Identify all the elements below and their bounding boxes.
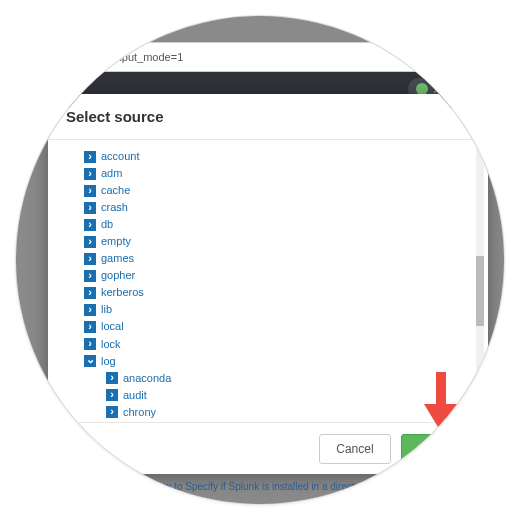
tree-item[interactable]: lib xyxy=(84,301,484,318)
cancel-button[interactable]: Cancel xyxy=(319,434,390,464)
tree-item-label: games xyxy=(101,250,134,267)
tree-item[interactable]: lock xyxy=(84,336,484,353)
tree-item-label: empty xyxy=(101,233,131,250)
address-bar[interactable]: ata/selectsource?input_mode=1 xyxy=(15,42,505,72)
tree-item-label: cups xyxy=(123,421,146,422)
tree-item-label: db xyxy=(101,216,113,233)
hint-text: How to Specify if Splunk is installed in… xyxy=(86,481,434,492)
chevron-right-icon xyxy=(106,372,118,384)
tree-item-label: gopher xyxy=(101,267,135,284)
address-bar-text: ata/selectsource?input_mode=1 xyxy=(27,51,183,63)
modal-footer: Cancel Select xyxy=(48,422,488,474)
chevron-right-icon xyxy=(84,321,96,333)
tree-item[interactable]: games xyxy=(84,250,484,267)
chevron-right-icon xyxy=(84,287,96,299)
tree-item[interactable]: gopher xyxy=(84,267,484,284)
file-tree: accountadmcachecrashdbemptygamesgopherke… xyxy=(48,140,488,422)
modal-title: Select source xyxy=(66,108,164,125)
chevron-right-icon xyxy=(84,253,96,265)
chevron-right-icon xyxy=(84,338,96,350)
user-label: Administrator xyxy=(434,84,493,95)
chevron-right-icon xyxy=(84,151,96,163)
select-source-modal: Select source accountadmcachecrashdbempt… xyxy=(48,94,488,474)
tree-item-label: local xyxy=(101,318,124,335)
chevron-right-icon xyxy=(84,236,96,248)
tree-item[interactable]: empty xyxy=(84,233,484,250)
select-button[interactable]: Select xyxy=(401,434,470,464)
chevron-right-icon xyxy=(84,202,96,214)
tree-item[interactable]: adm xyxy=(84,165,484,182)
tree-item-label: lib xyxy=(101,301,112,318)
tree-item[interactable]: crash xyxy=(84,199,484,216)
tree-item[interactable]: cups xyxy=(106,421,484,422)
chevron-right-icon xyxy=(106,389,118,401)
tree-item-label: anaconda xyxy=(123,370,171,387)
tree-item[interactable]: anaconda xyxy=(106,370,484,387)
chevron-right-icon xyxy=(84,185,96,197)
tree-item[interactable]: cache xyxy=(84,182,484,199)
chevron-right-icon xyxy=(84,304,96,316)
chevron-right-icon xyxy=(84,219,96,231)
tree-item[interactable]: audit xyxy=(106,387,484,404)
chevron-right-icon xyxy=(84,270,96,282)
modal-header: Select source xyxy=(48,94,488,140)
chevron-right-icon xyxy=(106,406,118,418)
tree-item-label: chrony xyxy=(123,404,156,421)
tree-item-label: lock xyxy=(101,336,121,353)
tree-item[interactable]: local xyxy=(84,318,484,335)
chevron-right-icon xyxy=(84,168,96,180)
tree-item-label: adm xyxy=(101,165,122,182)
tree-item[interactable]: log xyxy=(84,353,484,370)
tree-item-label: log xyxy=(101,353,116,370)
tree-item[interactable]: account xyxy=(84,148,484,165)
tree-item[interactable]: chrony xyxy=(106,404,484,421)
scrollbar[interactable] xyxy=(476,146,484,416)
tree-item-label: audit xyxy=(123,387,147,404)
chevron-down-icon xyxy=(84,355,96,367)
tree-item-label: cache xyxy=(101,182,130,199)
tree-item[interactable]: db xyxy=(84,216,484,233)
scrollbar-thumb[interactable] xyxy=(476,256,484,326)
tree-item-label: kerberos xyxy=(101,284,144,301)
tree-item-label: account xyxy=(101,148,140,165)
tree-item[interactable]: kerberos xyxy=(84,284,484,301)
tree-item-label: crash xyxy=(101,199,128,216)
